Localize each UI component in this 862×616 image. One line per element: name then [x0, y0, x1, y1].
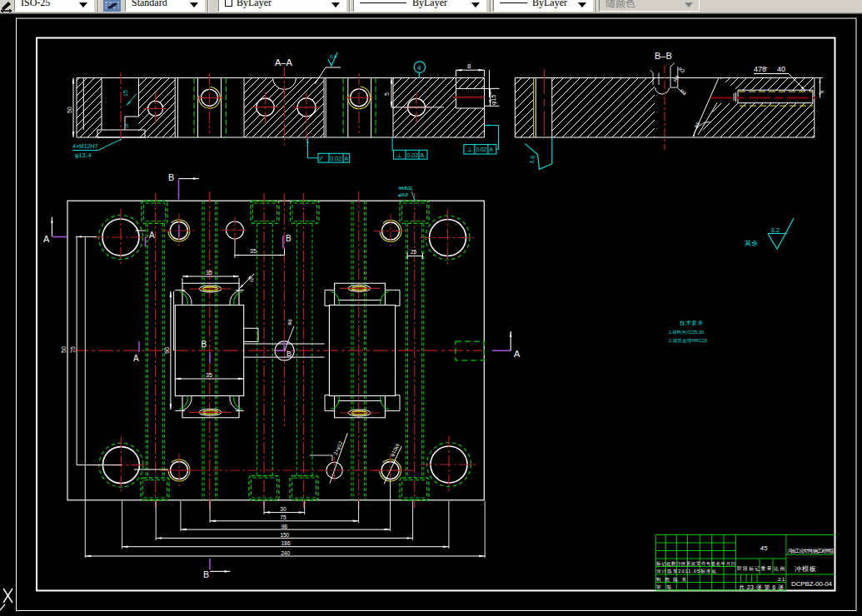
- svg-text:A: A: [421, 152, 425, 158]
- svg-text:45: 45: [760, 544, 768, 552]
- svg-text:B: B: [168, 172, 174, 182]
- svg-text:A: A: [133, 354, 139, 363]
- svg-text:4×M12H7: 4×M12H7: [72, 143, 98, 149]
- svg-text:阶段标记: 阶段标记: [737, 565, 760, 572]
- svg-text:B: B: [286, 234, 291, 243]
- svg-text:技术要求: 技术要求: [679, 320, 704, 326]
- svg-text:A: A: [490, 147, 494, 152]
- svg-text:比例: 比例: [774, 566, 785, 572]
- svg-text:98: 98: [282, 524, 288, 529]
- svg-text:50: 50: [61, 346, 67, 353]
- svg-text:15: 15: [122, 90, 128, 97]
- svg-text:0.02: 0.02: [331, 156, 342, 161]
- svg-text:0.02: 0.02: [407, 152, 419, 158]
- svg-text:35: 35: [206, 270, 212, 276]
- svg-text:5: 5: [384, 92, 390, 96]
- svg-text:75: 75: [280, 514, 287, 520]
- svg-text:90: 90: [164, 347, 170, 354]
- svg-text:A–A: A–A: [275, 57, 292, 67]
- svg-text:其余: 其余: [745, 240, 758, 247]
- svg-text:共 23 张 第 6 张: 共 23 张 第 6 张: [739, 584, 784, 591]
- svg-text:φ13↓4: φ13↓4: [75, 152, 92, 159]
- svg-text:150: 150: [280, 532, 289, 538]
- svg-text:2:1: 2:1: [778, 577, 785, 582]
- svg-text:3.2: 3.2: [770, 226, 780, 234]
- svg-text:0.02: 0.02: [476, 147, 487, 152]
- svg-text:A: A: [345, 156, 349, 161]
- svg-text:A: A: [43, 234, 50, 244]
- svg-text:240: 240: [281, 550, 290, 556]
- svg-text:40: 40: [777, 65, 785, 73]
- svg-text:1.材料为YC25-30: 1.材料为YC25-30: [669, 330, 704, 335]
- svg-text:25: 25: [411, 249, 417, 255]
- svg-text:186: 186: [282, 540, 291, 546]
- svg-text:标记处数分区更改文件号签名年月日: 标记处数分区更改文件号签名年月日: [655, 561, 735, 567]
- svg-text:A: A: [514, 349, 521, 359]
- svg-text:4×M6↓13: 4×M6↓13: [398, 186, 413, 191]
- svg-text:B–B: B–B: [655, 51, 672, 61]
- svg-text:35: 35: [250, 248, 257, 254]
- svg-text:B: B: [287, 350, 291, 358]
- svg-text:⊥: ⊥: [396, 152, 402, 159]
- svg-text:设计陈某2011.05标准化: 设计陈某2011.05标准化: [656, 569, 716, 574]
- svg-text:A: A: [149, 231, 155, 240]
- svg-text:30: 30: [280, 506, 287, 512]
- svg-text:2.调质处理HRC26: 2.调质处理HRC26: [669, 338, 707, 344]
- svg-text:DCPBZ-00-04: DCPBZ-00-04: [791, 580, 833, 588]
- svg-text:35: 35: [206, 372, 212, 378]
- svg-text:▴14↓8: ▴14↓8: [398, 192, 409, 197]
- svg-text:75: 75: [70, 346, 76, 353]
- svg-text:⌐: ⌐: [765, 65, 768, 71]
- svg-text:50: 50: [67, 107, 72, 113]
- svg-text:重量: 重量: [761, 565, 772, 571]
- svg-text:8: 8: [467, 62, 471, 70]
- svg-text:⊥: ⊥: [467, 146, 473, 153]
- svg-text:B: B: [202, 340, 207, 349]
- svg-text:冲 模 板: 冲 模 板: [795, 565, 816, 573]
- svg-text:4: 4: [417, 64, 421, 72]
- svg-text:B: B: [203, 569, 209, 579]
- svg-text:0.8: 0.8: [330, 54, 337, 59]
- svg-text:河南工业大学机电工程学院: 河南工业大学机电工程学院: [788, 548, 835, 554]
- svg-text:φ15: φ15: [491, 95, 497, 105]
